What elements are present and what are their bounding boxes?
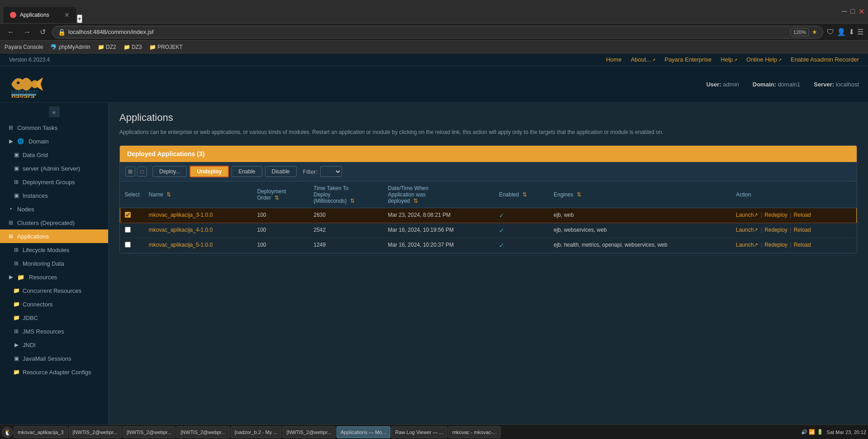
- forward-button[interactable]: →: [21, 26, 33, 38]
- sidebar-label-applications: Applications: [17, 233, 49, 240]
- sidebar-item-javamail-sessions[interactable]: ▣ JavaMail Sessions: [0, 352, 108, 365]
- sidebar-item-concurrent-resources[interactable]: 📁 Concurrent Resources: [0, 284, 108, 297]
- row-engines-cell: ejb, webservices, web: [549, 223, 731, 238]
- reload-link[interactable]: Reload: [794, 227, 811, 233]
- sidebar-item-lifecycle-modules[interactable]: ⊞ Lifecycle Modules: [0, 243, 108, 257]
- nav-help[interactable]: Help: [721, 56, 737, 63]
- row-enabled-cell: ✓: [494, 223, 549, 238]
- taskbar-item[interactable]: mkovac_aplikacija_3: [14, 426, 68, 438]
- enable-button[interactable]: Enable: [232, 166, 262, 177]
- row-checkbox-cell[interactable]: [120, 238, 144, 253]
- sidebar-item-data-grid[interactable]: ▣ Data Grid: [0, 148, 108, 162]
- sidebar-item-clusters[interactable]: ⊞ Clusters (Deprecated): [0, 216, 108, 229]
- downloads-icon[interactable]: ⬇: [849, 28, 854, 36]
- nav-online-help[interactable]: Online Help: [746, 56, 782, 63]
- deselect-all-icon[interactable]: □: [137, 167, 147, 177]
- sidebar-item-nodes[interactable]: • Nodes: [0, 202, 108, 216]
- row-checkbox[interactable]: [125, 227, 131, 233]
- select-all-icon[interactable]: ⊞: [125, 167, 135, 177]
- close-button[interactable]: ✕: [859, 7, 864, 16]
- back-button[interactable]: ←: [5, 26, 17, 38]
- bookmark-dz2[interactable]: 📁 DZ2: [98, 44, 116, 50]
- nav-about[interactable]: About...: [631, 56, 655, 63]
- sidebar-collapse-button[interactable]: «: [49, 106, 60, 117]
- reload-link[interactable]: Reload: [794, 212, 811, 218]
- sidebar-item-resource-adapter-configs[interactable]: 📁 Resource Adapter Configs: [0, 365, 108, 379]
- address-bar[interactable]: 🔒 120% ★: [52, 26, 823, 38]
- taskbar-item[interactable]: [nadzor_b.2 - My ...: [231, 426, 282, 438]
- col-time-taken[interactable]: Time Taken ToDeploy(Milliseconds) ⇅: [309, 181, 383, 208]
- row-enabled-cell: ✓: [494, 238, 549, 253]
- nav-payara-enterprise[interactable]: Payara Enterprise: [664, 56, 711, 63]
- svg-point-0: [17, 81, 19, 84]
- javamail-sessions-icon: ▣: [13, 355, 20, 362]
- url-input[interactable]: [68, 29, 787, 35]
- redeploy-link[interactable]: Redeploy: [764, 242, 787, 248]
- app-name-link[interactable]: mkovac_aplikacija_5-1.0.0: [149, 242, 213, 248]
- sidebar-item-resources[interactable]: ▶ 📁 Resources: [0, 270, 108, 284]
- bookmark-dz3[interactable]: 📁 DZ3: [123, 44, 142, 50]
- nav-asadmin-recorder[interactable]: Enable Asadmin Recorder: [791, 56, 859, 63]
- sidebar-item-server-admin[interactable]: ▣ server (Admin Server): [0, 162, 108, 175]
- app-name-link[interactable]: mkovac_aplikacija_4-1.0.0: [149, 227, 213, 233]
- profile-icon[interactable]: 👤: [837, 28, 846, 36]
- col-datetime[interactable]: Date/Time WhenApplication wasdeployed ⇅: [384, 181, 495, 208]
- bookmark-payara-console[interactable]: Payara Console: [5, 44, 43, 50]
- maximize-button[interactable]: □: [850, 7, 855, 16]
- col-engines[interactable]: Engines ⇅: [549, 181, 731, 208]
- sidebar-item-deployment-groups[interactable]: ⊞ Deployment Groups: [0, 175, 108, 189]
- undeploy-button[interactable]: Undeploy: [190, 166, 229, 177]
- action-separator-2: |: [790, 212, 791, 218]
- filter-select[interactable]: [320, 166, 342, 177]
- bookmark-star-icon[interactable]: ★: [812, 29, 817, 35]
- tab-close-button[interactable]: ✕: [64, 11, 70, 19]
- active-tab[interactable]: Applications ✕: [4, 7, 76, 23]
- sidebar-item-connectors[interactable]: 📁 Connectors: [0, 297, 108, 311]
- taskbar-item[interactable]: Raw Log Viewer — ...: [391, 426, 447, 438]
- bookmark-phpmyadmin[interactable]: 🐬 phpMyAdmin: [50, 44, 90, 50]
- col-name[interactable]: Name ⇅: [144, 181, 253, 208]
- reload-link[interactable]: Reload: [794, 242, 811, 248]
- row-checkbox-cell[interactable]: [120, 208, 144, 223]
- launch-link[interactable]: Launch↗: [736, 212, 758, 218]
- row-checkbox[interactable]: [125, 212, 131, 218]
- taskbar-item[interactable]: Applications — Mo...: [337, 426, 390, 438]
- taskbar-item[interactable]: [NWTiS_2@webpr...: [176, 426, 229, 438]
- bookmark-projekt[interactable]: 📁 PROJEKT: [149, 44, 183, 50]
- col-deployment-order[interactable]: DeploymentOrder ⇅: [253, 181, 309, 208]
- taskbar-start-button[interactable]: 🐧: [2, 427, 13, 438]
- disable-button[interactable]: Disable: [265, 166, 297, 177]
- row-engines-cell: ejb, web: [549, 208, 731, 223]
- sidebar-item-instances[interactable]: ▣ Instances: [0, 189, 108, 202]
- reload-button[interactable]: ↺: [37, 26, 48, 38]
- launch-link[interactable]: Launch↗: [736, 227, 758, 233]
- deploy-button[interactable]: Deploy...: [152, 166, 187, 177]
- sidebar-item-jms-resources[interactable]: ⊞ JMS Resources: [0, 324, 108, 338]
- tab-label: Applications: [20, 12, 49, 18]
- taskbar-item[interactable]: [NWTiS_2@webpr...: [69, 426, 122, 438]
- row-checkbox[interactable]: [125, 242, 131, 248]
- taskbar-item[interactable]: mkovac - mkovac-...: [448, 426, 501, 438]
- sidebar-item-monitoring-data[interactable]: ⊞ Monitoring Data: [0, 257, 108, 270]
- sidebar-item-common-tasks[interactable]: ⊞ Common Tasks: [0, 121, 108, 134]
- launch-link[interactable]: Launch↗: [736, 242, 758, 248]
- minimize-button[interactable]: ─: [842, 7, 847, 16]
- page-title: Applications: [119, 112, 857, 124]
- new-tab-button[interactable]: +: [77, 14, 82, 23]
- menu-icon[interactable]: ☰: [857, 28, 863, 36]
- extensions-icon[interactable]: 🛡: [827, 28, 834, 36]
- sidebar-item-jdbc[interactable]: 📁 JDBC: [0, 311, 108, 324]
- col-enabled[interactable]: Enabled ⇅: [494, 181, 549, 208]
- redeploy-link[interactable]: Redeploy: [764, 212, 787, 218]
- nav-home[interactable]: Home: [606, 56, 622, 63]
- row-deployment-order-cell: 100: [253, 223, 309, 238]
- sidebar-item-jndi[interactable]: ▶ JNDI: [0, 338, 108, 352]
- taskbar-item[interactable]: [NWTiS_2@webpr...: [282, 426, 335, 438]
- row-checkbox-cell[interactable]: [120, 223, 144, 238]
- app-name-link[interactable]: mkovac_aplikacija_3-1.0.0: [149, 212, 213, 218]
- row-deployment-order-cell: 100: [253, 238, 309, 253]
- redeploy-link[interactable]: Redeploy: [764, 227, 787, 233]
- sidebar-item-domain[interactable]: ▶ 🌐 Domain: [0, 134, 108, 148]
- taskbar-item[interactable]: [NWTiS_2@webpr...: [123, 426, 175, 438]
- sidebar-item-applications[interactable]: ⊞ Applications: [0, 229, 108, 243]
